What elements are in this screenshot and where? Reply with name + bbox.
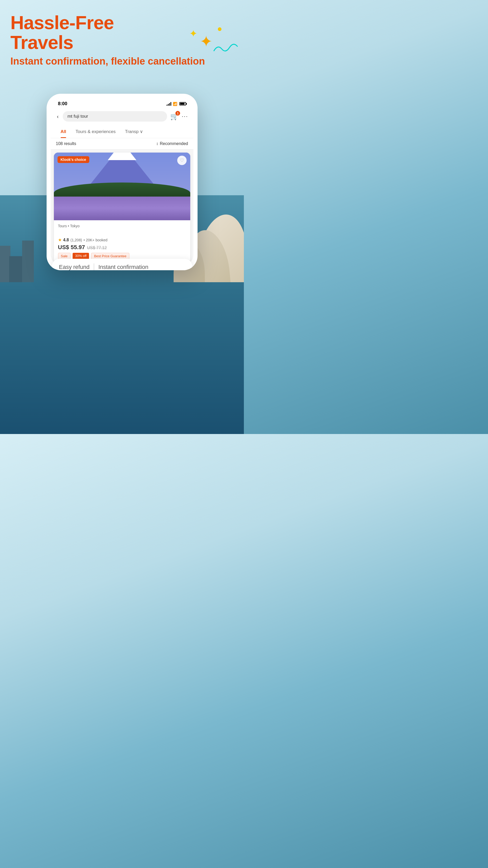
- tab-tours[interactable]: Tours & experiences: [71, 125, 120, 138]
- buildings: [0, 235, 36, 282]
- dot-decoration: [218, 27, 222, 31]
- booked-count: • 20K+ booked: [84, 238, 107, 242]
- status-icons: 📶: [167, 102, 186, 106]
- card-category: Tours • Tokyo: [58, 224, 186, 228]
- star-icon: ★: [58, 238, 62, 242]
- current-price: US$ 55.97: [58, 244, 85, 251]
- sort-icon: ↕: [156, 142, 158, 146]
- phone-mockup: 8:00 📶 ‹ mt fuji tour: [46, 94, 198, 270]
- badge-row: Sale 30% off Best Price Guarantee: [58, 253, 186, 259]
- signal-icon: [167, 102, 171, 106]
- cart-badge: 1: [175, 111, 180, 116]
- chevron-down-icon: ∨: [140, 129, 143, 134]
- results-bar: 108 results ↕ Recommended: [51, 138, 193, 149]
- phone-frame: 8:00 📶 ‹ mt fuji tour: [46, 94, 198, 270]
- search-input[interactable]: mt fuji tour: [63, 111, 167, 122]
- klook-choice-badge: Klook's choice: [58, 156, 89, 163]
- cart-button[interactable]: 🛒 1: [170, 113, 178, 121]
- wishlist-button[interactable]: ♡: [177, 156, 187, 165]
- original-price: US$ 77.12: [87, 246, 107, 250]
- status-time: 8:00: [58, 101, 67, 106]
- lavender-field: [54, 196, 190, 220]
- sort-button[interactable]: ↕ Recommended: [156, 142, 188, 146]
- tab-transport[interactable]: Transp ∨: [120, 125, 147, 138]
- sort-label: Recommended: [160, 142, 188, 146]
- search-bar: ‹ mt fuji tour 🛒 1 ···: [51, 108, 193, 125]
- results-count: 108 results: [56, 142, 76, 146]
- header-section: Hassle-Free Travels Instant confirmation…: [10, 13, 205, 67]
- rating-count: (1,208): [70, 238, 82, 242]
- snow-cap: [108, 153, 136, 160]
- card-content: Easy refund Instant confirmation Tours •…: [54, 220, 190, 263]
- discount-badge: 30% off: [73, 253, 89, 259]
- battery-icon: [179, 102, 186, 105]
- rating-score: 4.8: [63, 238, 69, 242]
- rating-section: ★ 4.8 (1,208) • 20K+ booked: [58, 229, 186, 242]
- tabs-bar: All Tours & experiences Transp ∨: [51, 125, 193, 138]
- card-list: Klook's choice ♡ Easy refund Instant con…: [51, 149, 193, 266]
- more-button[interactable]: ···: [182, 113, 188, 120]
- phone-screen: 8:00 📶 ‹ mt fuji tour: [51, 98, 193, 266]
- tab-all[interactable]: All: [56, 125, 71, 138]
- product-card[interactable]: Klook's choice ♡ Easy refund Instant con…: [54, 153, 190, 263]
- best-price-badge: Best Price Guarantee: [91, 253, 129, 259]
- back-button[interactable]: ‹: [56, 113, 60, 121]
- main-title: Hassle-Free Travels: [10, 13, 205, 52]
- feature-pills: Easy refund Instant confirmation: [54, 259, 190, 263]
- card-image: Klook's choice ♡: [54, 153, 190, 220]
- sale-badge: Sale: [58, 253, 70, 259]
- heart-icon: ♡: [180, 157, 184, 163]
- subtitle: Instant confirmation, flexible cancellat…: [10, 56, 205, 67]
- status-bar: 8:00 📶: [51, 98, 193, 108]
- price-section: US$ 55.97 US$ 77.12: [58, 244, 186, 251]
- wave-decoration: [213, 42, 239, 55]
- wifi-icon: 📶: [173, 102, 177, 106]
